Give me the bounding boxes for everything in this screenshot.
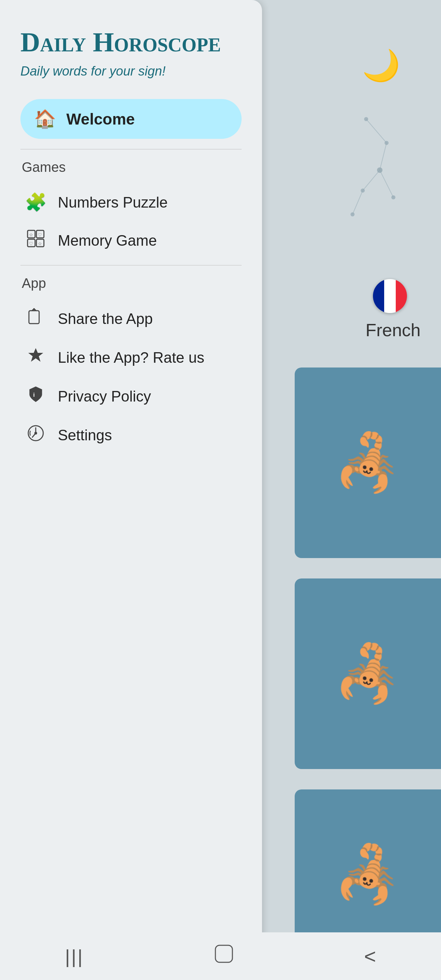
privacy-label: Privacy Policy (58, 388, 151, 405)
svg-text:♡: ♡ (38, 232, 42, 237)
svg-point-7 (377, 167, 382, 173)
svg-point-6 (385, 141, 388, 145)
star-icon (24, 347, 48, 369)
rate-label: Like the App? Rate us (58, 349, 204, 366)
back-icon: < (364, 945, 376, 968)
share-label: Share the App (58, 310, 153, 327)
back-button[interactable]: < (344, 938, 396, 975)
app-subtitle: Daily words for your sign! (21, 64, 242, 79)
sidebar-item-privacy[interactable]: i Privacy Policy (21, 379, 242, 414)
french-flag (373, 279, 407, 313)
navigation-drawer: Daily Horoscope Daily words for your sig… (0, 0, 262, 980)
puzzle-icon: 🧩 (24, 192, 48, 213)
svg-point-5 (364, 117, 368, 121)
svg-line-1 (380, 143, 387, 170)
scorpion-art-1: 🦂 (295, 368, 441, 558)
divider-app (21, 265, 242, 266)
svg-point-9 (361, 189, 365, 192)
home-button[interactable] (193, 937, 255, 975)
settings-icon (24, 424, 48, 446)
svg-text:☆: ☆ (29, 232, 33, 237)
svg-line-3 (363, 170, 380, 191)
bottom-navigation: ||| < (0, 932, 441, 980)
welcome-button[interactable]: 🏠 Welcome (21, 99, 242, 139)
games-section-label: Games (21, 159, 242, 175)
sidebar-item-numbers-puzzle[interactable]: 🧩 Numbers Puzzle (21, 185, 242, 220)
moon-icon: 🌙 (362, 48, 400, 83)
svg-point-8 (391, 195, 395, 199)
scorpion-art-2: 🦂 (295, 579, 441, 769)
app-title: Daily Horoscope (21, 27, 242, 57)
svg-rect-19 (29, 311, 39, 324)
settings-label: Settings (58, 427, 112, 444)
spacer (21, 456, 242, 966)
french-label: French (365, 320, 420, 340)
memory-icon: ☆ ♡ ♡ ☆ (24, 230, 48, 251)
svg-line-0 (366, 119, 387, 143)
welcome-label: Welcome (66, 110, 135, 128)
svg-marker-21 (28, 348, 43, 362)
sidebar-item-settings[interactable]: Settings (21, 417, 242, 453)
zodiac-card-1: 🦂 (295, 368, 441, 558)
svg-text:i: i (33, 392, 35, 398)
svg-line-4 (352, 191, 363, 215)
constellation-area (318, 102, 414, 238)
sidebar-item-memory-game[interactable]: ☆ ♡ ♡ ☆ Memory Game (21, 223, 242, 258)
home-nav-icon (214, 943, 234, 969)
recents-icon: ||| (65, 945, 84, 967)
share-icon (24, 308, 48, 330)
home-icon: 🏠 (34, 108, 56, 129)
zodiac-card-2: 🦂 (295, 579, 441, 769)
numbers-puzzle-label: Numbers Puzzle (58, 194, 168, 211)
shield-icon: i (24, 385, 48, 407)
svg-rect-25 (215, 945, 232, 962)
svg-point-24 (34, 432, 37, 434)
app-section-label: App (21, 275, 242, 291)
svg-point-10 (350, 212, 355, 216)
recents-button[interactable]: ||| (45, 939, 105, 974)
memory-game-label: Memory Game (58, 232, 157, 249)
sidebar-item-share[interactable]: Share the App (21, 301, 242, 337)
svg-line-2 (380, 170, 393, 197)
divider-games (21, 149, 242, 150)
svg-text:☆: ☆ (38, 241, 42, 247)
sidebar-item-rate[interactable]: Like the App? Rate us (21, 340, 242, 375)
svg-text:♡: ♡ (29, 241, 33, 247)
